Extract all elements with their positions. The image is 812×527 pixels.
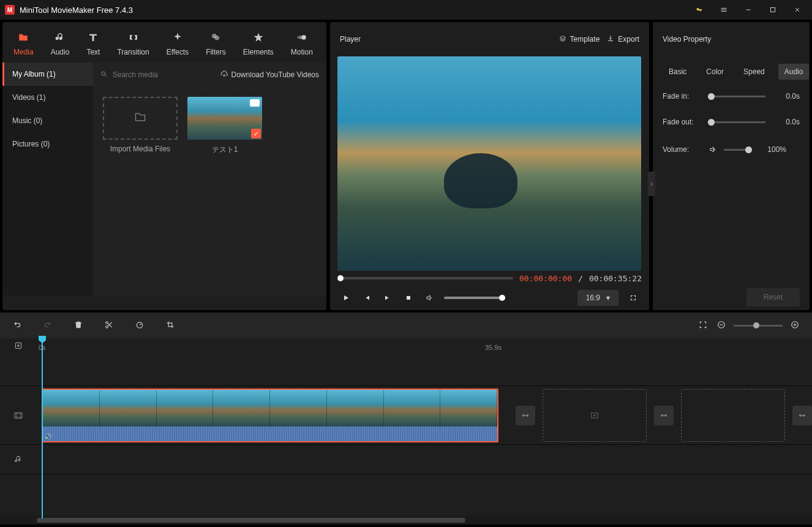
- export-button[interactable]: Export: [607, 35, 639, 44]
- tab-label: Text: [86, 48, 100, 56]
- fit-zoom-button[interactable]: [697, 320, 709, 331]
- time-sep: /: [578, 274, 583, 283]
- add-track-button[interactable]: [11, 338, 26, 353]
- search-input[interactable]: [113, 70, 216, 79]
- zoom-slider[interactable]: [734, 325, 783, 327]
- transition-icon: [127, 31, 140, 44]
- volume-handle[interactable]: [499, 295, 505, 301]
- volume-prop-slider[interactable]: [724, 149, 752, 151]
- tab-filters[interactable]: Filters: [197, 27, 235, 60]
- download-youtube-link[interactable]: Download YouTube Videos: [220, 70, 319, 80]
- reset-button[interactable]: Reset: [746, 288, 800, 306]
- empty-clip-slot-2[interactable]: [681, 389, 785, 442]
- yt-link-label: Download YouTube Videos: [231, 70, 319, 79]
- sparkle-icon: [171, 31, 184, 44]
- used-check-icon: ✓: [251, 129, 261, 138]
- split-button[interactable]: [103, 320, 115, 331]
- svg-rect-1: [771, 8, 775, 12]
- volume-label: Volume:: [663, 145, 702, 154]
- timeline-scrollbar[interactable]: [0, 516, 812, 525]
- import-media-button[interactable]: Import Media Files: [103, 97, 178, 155]
- transition-slot-3[interactable]: [792, 406, 812, 425]
- media-thumb-1[interactable]: ✓ テスト1: [187, 97, 262, 155]
- template-button[interactable]: Template: [559, 35, 600, 44]
- close-button[interactable]: [788, 0, 807, 20]
- crop-button[interactable]: [164, 320, 176, 331]
- audio-track-icon: [0, 455, 37, 464]
- menu-icon[interactable]: [714, 0, 734, 20]
- fadeout-slider[interactable]: [708, 121, 765, 123]
- prop-tab-color[interactable]: Color: [700, 64, 730, 80]
- speed-button[interactable]: [133, 320, 146, 331]
- scrub-handle[interactable]: [337, 275, 344, 281]
- player-title: Player: [340, 35, 552, 44]
- sidebar-item-videos[interactable]: Videos (1): [2, 86, 93, 109]
- slider-handle[interactable]: [708, 119, 715, 126]
- playhead[interactable]: [42, 341, 43, 518]
- svg-point-6: [297, 36, 300, 39]
- chevron-down-icon: ▾: [606, 294, 610, 302]
- zoom-out-button[interactable]: [715, 320, 727, 331]
- prop-tab-speed[interactable]: Speed: [737, 64, 771, 80]
- sidebar-item-myalbum[interactable]: My Album (1): [2, 63, 93, 86]
- timeline-clip-1[interactable]: 🔊: [42, 389, 498, 442]
- delete-button[interactable]: [72, 320, 85, 331]
- stop-button[interactable]: [402, 292, 415, 304]
- scrub-bar[interactable]: [337, 277, 513, 279]
- tab-transition[interactable]: Transition: [108, 27, 157, 60]
- scrollbar-thumb[interactable]: [37, 518, 465, 523]
- thumb-label: テスト1: [212, 145, 238, 155]
- fadein-slider[interactable]: [708, 96, 765, 97]
- motion-icon: [295, 31, 309, 44]
- empty-clip-slot-1[interactable]: [543, 389, 647, 442]
- mute-button[interactable]: [423, 292, 435, 304]
- redo-button[interactable]: [42, 320, 54, 331]
- next-frame-button[interactable]: [382, 292, 394, 304]
- prop-tab-audio[interactable]: Audio: [778, 64, 810, 80]
- tab-label: Motion: [291, 48, 313, 56]
- tab-audio[interactable]: Audio: [42, 27, 78, 60]
- play-button[interactable]: [340, 292, 352, 304]
- slider-handle[interactable]: [745, 146, 752, 153]
- minimize-button[interactable]: [739, 0, 758, 20]
- tab-media[interactable]: Media: [5, 27, 42, 60]
- speaker-icon[interactable]: [708, 143, 718, 156]
- timeline-ruler[interactable]: 0s 35.9s: [0, 338, 812, 357]
- search-icon: [100, 70, 108, 80]
- maximize-button[interactable]: [763, 0, 783, 20]
- prop-tab-basic[interactable]: Basic: [663, 64, 693, 80]
- tab-text[interactable]: Text: [78, 27, 108, 60]
- fullscreen-button[interactable]: [627, 292, 639, 304]
- zoom-in-button[interactable]: [789, 320, 801, 331]
- app-logo: M: [5, 5, 15, 15]
- fadein-value: 0.0s: [772, 92, 800, 100]
- folder-plus-icon: [134, 111, 146, 126]
- tab-motion[interactable]: Motion: [282, 27, 321, 60]
- clip-audio-icon: 🔊: [44, 433, 51, 440]
- star-icon: [252, 31, 265, 44]
- template-label: Template: [570, 35, 600, 44]
- key-icon[interactable]: [690, 0, 709, 20]
- circles-icon: [209, 31, 222, 44]
- slider-handle[interactable]: [708, 93, 715, 100]
- svg-point-10: [106, 325, 108, 328]
- prev-frame-button[interactable]: [361, 292, 373, 304]
- zoom-handle[interactable]: [753, 322, 759, 328]
- property-title: Video Property: [663, 35, 800, 44]
- undo-button[interactable]: [11, 320, 23, 331]
- volume-slider[interactable]: [444, 297, 505, 299]
- sidebar-item-music[interactable]: Music (0): [2, 109, 93, 132]
- transition-slot-2[interactable]: [654, 406, 674, 425]
- sidebar-item-pictures[interactable]: Pictures (0): [2, 132, 93, 156]
- tab-label: Effects: [167, 48, 189, 56]
- ruler-label-end: 35.9s: [485, 344, 502, 351]
- tab-effects[interactable]: Effects: [158, 27, 197, 60]
- music-note-icon: [53, 31, 67, 44]
- export-label: Export: [618, 35, 639, 44]
- collapse-property-button[interactable]: ›: [648, 172, 655, 196]
- video-preview[interactable]: [337, 56, 641, 271]
- transition-slot-1[interactable]: [516, 406, 535, 425]
- aspect-select[interactable]: 16:9▾: [577, 290, 618, 306]
- tab-elements[interactable]: Elements: [235, 27, 282, 60]
- svg-rect-8: [407, 296, 410, 300]
